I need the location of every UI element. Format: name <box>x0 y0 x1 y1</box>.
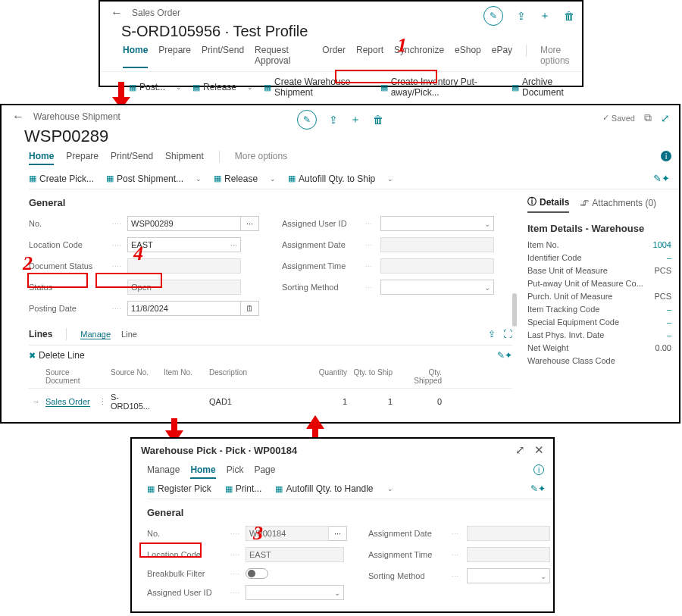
breakbulk-toggle[interactable] <box>246 568 268 579</box>
sales-order-panel: ← Sales Order ✎ ⇪ ＋ 🗑 S-ORD105956 · Test… <box>99 0 583 87</box>
attach-icon: 🖇 <box>580 198 589 208</box>
tab-epay[interactable]: ePay <box>492 45 512 68</box>
chevron-down-icon[interactable]: ⌄ <box>387 485 393 492</box>
register-pick-button[interactable]: ▦Register Pick <box>147 483 211 494</box>
calendar-icon[interactable]: 🗓 <box>241 301 259 316</box>
sales-order-tabs: Home Prepare Print/Send Request Approval… <box>123 45 582 68</box>
label-assign-date: Assignment Date <box>282 240 365 249</box>
tab-shipment[interactable]: Shipment <box>165 151 204 165</box>
tab-report[interactable]: Report <box>356 45 383 68</box>
factbox-details-tab[interactable]: ⓘDetails <box>527 195 569 213</box>
lines-line[interactable]: Line <box>121 330 137 339</box>
back-arrow-icon[interactable]: ← <box>108 5 126 21</box>
label-location: Location Code <box>29 240 112 249</box>
field-sort-method[interactable]: ⌄ <box>380 280 494 295</box>
expand-icon[interactable]: ⛶ <box>503 329 512 339</box>
field-sort-method[interactable]: ⌄ <box>467 568 550 583</box>
more-options[interactable]: More options <box>540 45 582 68</box>
back-arrow-icon[interactable]: ← <box>9 108 27 125</box>
label-assign-time: Assignment Time <box>368 550 452 559</box>
tab-page[interactable]: Page <box>254 464 275 479</box>
tab-prepare[interactable]: Prepare <box>66 151 99 165</box>
close-icon[interactable]: ✕ <box>534 443 544 457</box>
delete-icon[interactable]: 🗑 <box>564 10 574 22</box>
personalize-icon[interactable]: ✎✦ <box>497 350 512 361</box>
share-icon[interactable]: ⇪ <box>329 114 338 126</box>
lines-header: Lines <box>29 329 52 339</box>
print-button[interactable]: ▦Print... <box>225 483 262 494</box>
tab-home[interactable]: Home <box>190 464 215 479</box>
fb-itemno-val[interactable]: 1004 <box>653 240 671 249</box>
whse-icon: ▦ <box>264 83 271 92</box>
field-assigned-user[interactable]: ⌄ <box>380 216 494 231</box>
field-location[interactable]: EAST··· <box>127 237 241 252</box>
post-icon: ▦ <box>129 83 136 92</box>
edit-icon[interactable]: ✎ <box>297 110 317 130</box>
more-options[interactable]: More options <box>235 151 287 165</box>
release-button[interactable]: ▦Release <box>192 82 236 92</box>
tab-pick[interactable]: Pick <box>227 464 244 479</box>
cell-srcdoc[interactable]: Sales Order <box>45 397 90 407</box>
tab-home[interactable]: Home <box>29 151 54 165</box>
share-icon[interactable]: ⇪ <box>517 10 526 22</box>
new-icon[interactable]: ＋ <box>350 113 361 127</box>
autofill-qty-button[interactable]: ▦Autofill Qty. to Handle <box>275 483 373 494</box>
fb-track: Item Tracking Code <box>527 305 599 314</box>
delete-line-button[interactable]: ✖Delete Line <box>29 350 85 361</box>
lookup-no[interactable]: ··· <box>329 526 347 541</box>
fb-special-val: – <box>667 317 671 327</box>
line-row[interactable]: → Sales Order ⋮ S-ORD105... QAD1 1 1 0 <box>29 389 512 414</box>
fb-track-val: – <box>667 305 671 314</box>
release-button[interactable]: ▦Release <box>214 174 258 184</box>
factbox-title: Item Details - Warehouse <box>527 223 671 234</box>
lookup-no[interactable]: ··· <box>241 216 259 231</box>
create-pick-button[interactable]: ▦Create Pick... <box>29 174 94 184</box>
chevron-down-icon[interactable]: ⌄ <box>176 83 182 91</box>
new-icon[interactable]: ＋ <box>540 9 550 23</box>
tab-printsend[interactable]: Print/Send <box>111 151 153 165</box>
tab-manage[interactable]: Manage <box>147 464 180 479</box>
kebab-icon[interactable]: ⋮ <box>95 397 108 407</box>
create-inventory-putaway-button[interactable]: ▦Create Inventory Put-away/Pick... <box>380 77 501 98</box>
archive-document-button[interactable]: ▦Archive Document <box>512 77 582 98</box>
factbox-attachments-tab[interactable]: 🖇Attachments (0) <box>580 198 656 211</box>
personalize-icon[interactable]: ✎✦ <box>530 483 546 494</box>
cell-qtyshipped: 0 <box>396 397 445 406</box>
field-no[interactable]: WSP00289 <box>127 216 241 231</box>
expand-icon[interactable]: ⤢ <box>515 443 525 457</box>
label-assign-date: Assignment Date <box>368 529 452 538</box>
chevron-down-icon[interactable]: ⌄ <box>247 83 253 91</box>
tab-printsend[interactable]: Print/Send <box>202 45 244 68</box>
post-button[interactable]: ▦Post... <box>129 82 165 92</box>
info-icon[interactable]: i <box>533 464 544 475</box>
popout-icon[interactable]: ⧉ <box>644 111 652 124</box>
autofill-qty-button[interactable]: ▦Autofill Qty. to Ship <box>288 174 375 184</box>
tab-request-approval[interactable]: Request Approval <box>255 45 311 68</box>
scrollbar-thumb[interactable] <box>512 293 517 327</box>
chevron-down-icon[interactable]: ⌄ <box>196 175 202 183</box>
cell-srcno: S-ORD105... <box>108 392 161 411</box>
step-marker-3: 3 <box>253 522 263 545</box>
col-qty: Quantity <box>305 368 350 385</box>
warehouse-shipment-panel: ← Warehouse Shipment ✎ ⇪ ＋ 🗑 ✓Saved ⧉ ⤢ … <box>0 104 680 424</box>
edit-icon[interactable]: ✎ <box>483 6 503 26</box>
col-item: Item No. <box>161 368 206 385</box>
field-assigned[interactable]: ⌄ <box>246 585 344 600</box>
delete-icon[interactable]: 🗑 <box>373 114 383 126</box>
field-posting[interactable]: 11/8/2024 <box>127 301 241 316</box>
create-warehouse-shipment-button[interactable]: ▦Create Warehouse Shipment <box>264 77 370 98</box>
delete-icon: ✖ <box>29 351 36 361</box>
fb-itemno: Item No. <box>527 240 559 249</box>
collapse-icon[interactable]: ⤢ <box>661 112 670 124</box>
lines-manage[interactable]: Manage <box>80 330 111 339</box>
share-icon[interactable]: ⇪ <box>488 329 496 339</box>
tab-order[interactable]: Order <box>322 45 346 68</box>
chevron-down-icon[interactable]: ⌄ <box>387 175 393 183</box>
tab-eshop[interactable]: eShop <box>455 45 481 68</box>
tab-home[interactable]: Home <box>123 45 148 68</box>
tab-prepare[interactable]: Prepare <box>158 45 191 68</box>
post-shipment-button[interactable]: ▦Post Shipment... <box>106 174 183 184</box>
chevron-down-icon[interactable]: ⌄ <box>270 175 276 183</box>
info-icon[interactable]: i <box>661 151 671 161</box>
personalize-icon[interactable]: ✎✦ <box>653 173 670 184</box>
